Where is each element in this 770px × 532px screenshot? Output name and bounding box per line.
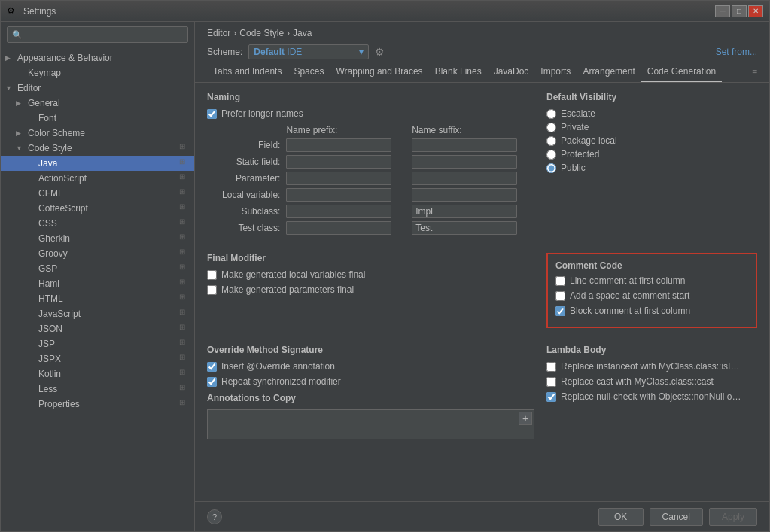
sidebar-item-javascript[interactable]: JavaScript ⊞	[1, 306, 194, 321]
field-suffix-input[interactable]	[412, 138, 517, 152]
close-button[interactable]: ✕	[748, 5, 763, 17]
table-row: Local variable:	[207, 187, 534, 203]
tab-javadoc[interactable]: JavaDoc	[488, 62, 535, 82]
sidebar-item-haml[interactable]: Haml ⊞	[1, 276, 194, 291]
chevron-down-icon: ▾	[359, 47, 364, 57]
table-row: Static field:	[207, 154, 534, 170]
tab-blank-lines[interactable]: Blank Lines	[429, 62, 488, 82]
table-row: Field:	[207, 137, 534, 154]
sidebar-item-java[interactable]: Java ⊞	[1, 156, 194, 171]
package-local-radio[interactable]	[546, 136, 556, 146]
tab-overflow-icon[interactable]: ≡	[752, 67, 757, 78]
sidebar-item-editor[interactable]: ▼ Editor	[1, 81, 194, 96]
final-modifier-title: Final Modifier	[207, 253, 534, 263]
tab-code-generation[interactable]: Code Generation	[641, 62, 722, 82]
comment-code-section: Comment Code Line comment at first colum…	[546, 253, 757, 336]
apply-button[interactable]: Apply	[709, 508, 757, 526]
field-prefix-input[interactable]	[286, 138, 391, 152]
test-class-label: Test class:	[207, 220, 283, 236]
scheme-dropdown[interactable]: Default IDE ▾	[248, 44, 369, 59]
private-radio[interactable]	[546, 123, 556, 132]
tab-wrapping-and-braces[interactable]: Wrapping and Braces	[330, 62, 428, 82]
tab-arrangement[interactable]: Arrangement	[577, 62, 641, 82]
naming-table: Name prefix: Name suffix: Field:	[207, 123, 534, 236]
copy-icon: ⊞	[179, 172, 191, 184]
prefer-longer-names-checkbox[interactable]	[207, 109, 217, 119]
tab-spaces[interactable]: Spaces	[288, 62, 330, 82]
sidebar-item-code-style[interactable]: ▼ Code Style ⊞	[1, 141, 194, 156]
sidebar-item-label: CoffeeScript	[37, 202, 179, 214]
replace-null-check-checkbox[interactable]	[546, 392, 556, 402]
escalate-radio[interactable]	[546, 109, 556, 119]
sidebar-item-cfml[interactable]: CFML ⊞	[1, 186, 194, 201]
sidebar-item-label: Gherkin	[37, 233, 179, 245]
sidebar-item-color-scheme[interactable]: ▶ Color Scheme	[1, 126, 194, 141]
scheme-bar: Scheme: Default IDE ▾ ⚙ Set from...	[195, 41, 769, 62]
insert-override-checkbox[interactable]	[207, 362, 217, 372]
public-radio[interactable]	[546, 163, 556, 173]
private-label: Private	[561, 122, 589, 132]
static-field-prefix-input[interactable]	[286, 155, 391, 169]
sidebar-item-less[interactable]: Less ⊞	[1, 382, 194, 397]
help-button[interactable]: ?	[207, 509, 222, 524]
params-final-row: Make generated parameters final	[207, 284, 534, 295]
search-input[interactable]	[26, 29, 183, 40]
annotations-to-copy-title: Annotations to Copy	[207, 393, 534, 403]
tab-imports[interactable]: Imports	[534, 62, 577, 82]
copy-icon: ⊞	[179, 202, 191, 214]
sidebar-item-kotlin[interactable]: Kotlin ⊞	[1, 366, 194, 382]
minimize-button[interactable]: ─	[715, 5, 730, 17]
local-variable-suffix-input[interactable]	[412, 188, 517, 202]
block-comment-first-col-checkbox[interactable]	[555, 306, 565, 316]
sidebar-item-jspx[interactable]: JSPX ⊞	[1, 351, 194, 366]
sidebar-item-coffeescript[interactable]: CoffeeScript ⊞	[1, 201, 194, 216]
add-annotation-button[interactable]: +	[519, 412, 532, 425]
sidebar-item-json[interactable]: JSON ⊞	[1, 321, 194, 336]
add-space-comment-checkbox[interactable]	[555, 291, 565, 301]
copy-icon: ⊞	[179, 338, 191, 350]
replace-instanceof-label: Replace instanceof with MyClass.class::i…	[561, 361, 741, 372]
replace-null-check-label: Replace null-check with Objects::nonNull…	[561, 391, 741, 402]
maximize-button[interactable]: □	[732, 5, 747, 17]
local-variable-prefix-input[interactable]	[286, 188, 391, 202]
copy-icon: ⊞	[179, 353, 191, 365]
subclass-suffix-input[interactable]	[412, 205, 517, 218]
line-comment-first-col-checkbox[interactable]	[555, 276, 565, 286]
static-field-suffix-input[interactable]	[412, 155, 517, 169]
subclass-prefix-input[interactable]	[286, 205, 391, 218]
test-class-suffix-input[interactable]	[412, 221, 517, 235]
sidebar-item-actionscript[interactable]: ActionScript ⊞	[1, 171, 194, 186]
copy-icon: ⊞	[179, 157, 191, 169]
sidebar-item-font[interactable]: Font	[1, 111, 194, 126]
test-class-prefix-input[interactable]	[286, 221, 391, 235]
sidebar-item-css[interactable]: CSS ⊞	[1, 216, 194, 231]
sidebar-item-jsp[interactable]: JSP ⊞	[1, 336, 194, 351]
ok-button[interactable]: OK	[598, 508, 644, 526]
parameter-prefix-input[interactable]	[286, 172, 391, 185]
cancel-button[interactable]: Cancel	[650, 508, 703, 526]
protected-radio[interactable]	[546, 150, 556, 160]
gear-button[interactable]: ⚙	[375, 46, 385, 58]
sidebar-item-groovy[interactable]: Groovy ⊞	[1, 246, 194, 261]
sidebar-item-keymap[interactable]: Keymap	[1, 65, 194, 81]
sidebar-item-label: Editor	[16, 82, 194, 94]
annotations-box: +	[207, 409, 534, 439]
sidebar-item-html[interactable]: HTML ⊞	[1, 291, 194, 306]
replace-instanceof-checkbox[interactable]	[546, 362, 556, 372]
set-from-link[interactable]: Set from...	[716, 47, 757, 57]
repeat-synchronized-checkbox[interactable]	[207, 377, 217, 387]
sidebar-item-gsp[interactable]: GSP ⊞	[1, 261, 194, 276]
sidebar-item-gherkin[interactable]: Gherkin ⊞	[1, 231, 194, 246]
tab-tabs-and-indents[interactable]: Tabs and Indents	[207, 62, 288, 82]
sidebar-item-general[interactable]: ▶ General	[1, 96, 194, 111]
replace-cast-label: Replace cast with MyClass.class::cast	[561, 376, 714, 387]
sidebar-item-appearance-behavior[interactable]: ▶ Appearance & Behavior	[1, 50, 194, 65]
replace-cast-checkbox[interactable]	[546, 377, 556, 387]
bottom-bar: ? OK Cancel Apply	[195, 501, 769, 531]
params-final-checkbox[interactable]	[207, 285, 217, 295]
copy-icon: ⊞	[179, 187, 191, 199]
sidebar-item-properties[interactable]: Properties ⊞	[1, 397, 194, 412]
search-box[interactable]: 🔍	[7, 26, 188, 43]
local-vars-final-checkbox[interactable]	[207, 270, 217, 280]
parameter-suffix-input[interactable]	[412, 172, 517, 185]
